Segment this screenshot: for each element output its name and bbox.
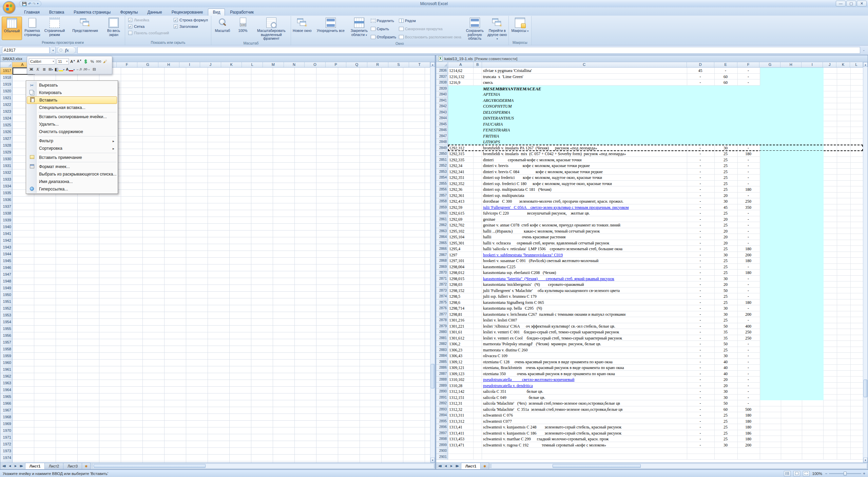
cell[interactable] [474,317,482,323]
cell[interactable] [851,395,863,401]
cell[interactable]: - [738,317,760,323]
cell[interactable]: 1298,004 [448,264,474,270]
row-header-2857[interactable]: 2857 [436,192,448,199]
genus-row-label[interactable]: FRITHIA [448,133,824,139]
cell[interactable]: 30 [715,252,738,258]
cell[interactable] [837,79,851,86]
cell[interactable] [824,383,837,389]
row-header-1930[interactable]: 1930 [0,156,12,163]
cell[interactable] [824,175,837,181]
fx-icon[interactable]: fx [65,48,69,53]
hyperlink-cell-text[interactable]: karasmontana "lateritia" (Чехия) сероват… [483,276,614,281]
undo-icon[interactable]: ↶ [28,1,31,6]
cell[interactable]: - [738,216,760,222]
cell[interactable] [474,454,482,460]
cell[interactable] [474,288,482,294]
menu-item-Очистить содержимое[interactable]: Очистить содержимое [27,128,117,135]
cell[interactable]: - [738,264,760,270]
cell[interactable] [837,86,851,92]
row-header-2874[interactable]: 2874 [436,293,448,299]
ribbon-tab-Разработчик[interactable]: Разработчик [226,9,258,16]
cell[interactable] [474,216,482,222]
cell[interactable] [824,216,837,222]
cell[interactable]: 60 [715,74,738,80]
cell[interactable] [837,359,851,365]
cell[interactable]: - [687,400,715,406]
cell[interactable] [851,353,863,359]
cell[interactable]: смесь [482,79,687,86]
zoom-level[interactable]: 100% [812,472,822,476]
cell[interactable] [474,424,482,430]
cell[interactable] [824,163,837,169]
row-header-1921[interactable]: 1921 [0,95,12,102]
cell[interactable] [824,228,837,234]
row-header-2838[interactable]: 2838 [436,79,448,86]
cell[interactable] [474,228,482,234]
row-header-2861[interactable]: 2861 [436,216,448,222]
cell[interactable]: 1309,12 [448,359,474,365]
cell[interactable] [837,139,851,145]
cell[interactable] [474,388,482,395]
row-header-2877[interactable]: 2877 [436,311,448,317]
cell[interactable] [824,109,837,115]
cell[interactable]: schwantesii C077 [482,418,687,424]
menu-item-Формат ячеек[interactable]: Формат ячеек... [27,163,117,170]
cell[interactable] [837,288,851,294]
cell[interactable]: karasmontana "lateritia" (Чехия) сероват… [482,276,687,282]
cell[interactable]: 40 [715,371,738,377]
row-header-1945[interactable]: 1945 [0,258,12,264]
cell[interactable] [474,335,482,341]
cell[interactable] [824,151,837,157]
cell[interactable]: olivacea C 109 [482,353,687,359]
row-header-2841[interactable]: 2841 [436,97,448,104]
checkbox-formula-bar[interactable]: ✓Строка формул [174,18,208,22]
cell[interactable] [837,127,851,133]
column-header-K[interactable]: K [221,62,242,67]
column-header-D[interactable]: D [687,62,714,67]
genus-row-label[interactable]: FENESTRARIA [448,127,824,133]
cell[interactable]: - [738,169,760,175]
cell[interactable]: 25 [715,181,738,187]
cell[interactable]: 180 [738,412,760,418]
cell[interactable] [837,157,851,163]
cell[interactable] [474,270,482,276]
cell[interactable] [824,323,837,329]
row-header-2865[interactable]: 2865 [436,240,448,246]
cell[interactable] [781,436,802,442]
cell[interactable]: 1298,152 [448,288,474,294]
cell[interactable]: 25 [715,222,738,228]
cell[interactable]: 1292,315 [448,151,474,157]
cell[interactable] [781,412,802,418]
cell[interactable] [824,299,837,306]
cell[interactable]: 1313,471 [448,442,474,448]
hyperlink-cell-text[interactable]: pseudotruncatella светло-желтовато-корич… [483,377,575,382]
cell[interactable] [474,234,482,240]
cell[interactable] [851,198,863,204]
cell[interactable]: 30 [715,198,738,204]
cell[interactable] [474,448,482,454]
cell[interactable] [474,186,482,192]
cell[interactable]: 1292,59 [448,204,474,210]
cell[interactable] [474,281,482,288]
cell[interactable]: - [687,412,715,418]
cell[interactable]: - [687,151,715,157]
row-header-2872[interactable]: 2872 [436,281,448,288]
cell[interactable] [474,181,482,187]
row-header-1960[interactable]: 1960 [0,360,12,366]
row-header-2867[interactable]: 2867 [436,252,448,258]
name-box-dropdown-icon[interactable]: ▾ [51,47,56,54]
cell[interactable]: - [687,145,715,151]
cell[interactable]: - [738,400,760,406]
genus-row-label[interactable]: FAUCARIA [448,121,824,127]
cell[interactable]: 1298,81 [448,311,474,317]
cell[interactable] [824,353,837,359]
cell[interactable] [837,175,851,181]
row-header-1951[interactable]: 1951 [0,298,12,305]
cell[interactable]: 1292,312 [448,145,474,151]
cell[interactable] [824,115,837,121]
row-header-1970[interactable]: 1970 [0,427,12,434]
cell[interactable] [851,454,863,460]
cell[interactable]: 1292,36 [448,186,474,192]
cell[interactable]: 30 [715,395,738,401]
cell[interactable]: - [687,157,715,163]
